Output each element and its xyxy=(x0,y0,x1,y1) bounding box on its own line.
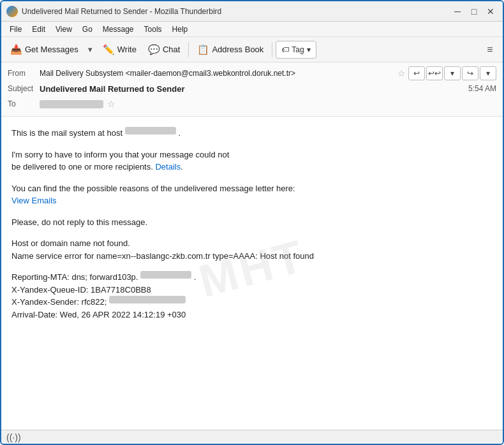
subject-value: Undelivered Mail Returned to Sender xyxy=(40,84,468,94)
from-row: From Mail Delivery Subsystem <mailer-dae… xyxy=(8,66,496,80)
reply-button[interactable]: ↩ xyxy=(408,66,425,80)
nav-buttons: ↩ ↩↩ ▾ ↪ ▾ xyxy=(408,66,496,80)
body-paragraph-1: This is the mail system at host . xyxy=(11,127,493,140)
toolbar: 📥 Get Messages ▾ ✏️ Write 💬 Chat 📋 Addre… xyxy=(1,37,503,62)
address-book-button[interactable]: 📋 Address Book xyxy=(192,40,269,59)
app-logo xyxy=(6,6,18,17)
email-header: From Mail Delivery Subsystem <mailer-dae… xyxy=(1,62,503,117)
reply-all-button[interactable]: ↩↩ xyxy=(426,66,443,80)
get-messages-label: Get Messages xyxy=(25,45,78,54)
from-value: Mail Delivery Subsystem <mailer-daemon@c… xyxy=(40,69,395,78)
view-emails-link[interactable]: View Emails xyxy=(11,196,57,205)
write-button[interactable]: ✏️ Write xyxy=(98,40,142,59)
menu-help[interactable]: Help xyxy=(168,24,193,35)
to-label: To xyxy=(8,99,40,108)
menu-edit[interactable]: Edit xyxy=(27,24,50,35)
subject-label: Subject xyxy=(8,84,40,93)
subject-row: Subject Undelivered Mail Returned to Sen… xyxy=(8,82,496,96)
chat-label: Chat xyxy=(163,45,180,54)
toolbar-separator-2 xyxy=(272,42,272,57)
title-bar: Undelivered Mail Returned to Sender - Mo… xyxy=(1,1,503,22)
body-technical-info: Reporting-MTA: dns; forward103p. . X-Yan… xyxy=(11,271,493,321)
connection-status-icon: ((·)) xyxy=(6,432,21,442)
to-value-blurred xyxy=(40,100,103,108)
main-window: Undelivered Mail Returned to Sender - Mo… xyxy=(0,0,504,445)
body-paragraph-2: I'm sorry to have to inform you that you… xyxy=(11,149,493,173)
address-book-label: Address Book xyxy=(212,45,263,54)
reporting-mta-blurred xyxy=(140,271,191,279)
tag-label: Tag xyxy=(292,45,304,54)
status-bar: ((·)) xyxy=(1,430,503,444)
window-controls: ─ □ ✕ xyxy=(450,4,498,18)
window-title: Undelivered Mail Returned to Sender - Mo… xyxy=(22,7,450,16)
menu-message[interactable]: Message xyxy=(98,24,138,35)
tag-button[interactable]: 🏷 Tag ▾ xyxy=(276,41,316,59)
to-row: To ☆ xyxy=(8,97,496,111)
from-label: From xyxy=(8,69,40,78)
menu-tools[interactable]: Tools xyxy=(140,24,167,35)
menu-bar: File Edit View Go Message Tools Help xyxy=(1,22,503,37)
nav-down-button[interactable]: ▾ xyxy=(444,66,461,80)
write-icon: ✏️ xyxy=(103,44,115,55)
menu-go[interactable]: Go xyxy=(78,24,97,35)
to-star-icon[interactable]: ☆ xyxy=(107,99,115,109)
star-icon[interactable]: ☆ xyxy=(397,68,406,78)
details-link[interactable]: Details xyxy=(155,162,181,171)
body-paragraph-5: Host or domain name not found. Name serv… xyxy=(11,237,493,262)
minimize-button[interactable]: ─ xyxy=(450,4,464,18)
chat-icon: 💬 xyxy=(148,44,160,55)
tag-dropdown-icon: ▾ xyxy=(307,45,311,54)
host-blurred xyxy=(125,127,176,135)
forward-button[interactable]: ↪ xyxy=(462,66,478,80)
chat-button[interactable]: 💬 Chat xyxy=(143,40,185,59)
toolbar-separator xyxy=(188,42,189,57)
menu-file[interactable]: File xyxy=(5,24,26,35)
address-book-icon: 📋 xyxy=(197,44,209,55)
tag-icon: 🏷 xyxy=(281,45,289,54)
maximize-button[interactable]: □ xyxy=(467,4,481,18)
get-messages-dropdown[interactable]: ▾ xyxy=(85,40,96,59)
email-time: 5:54 AM xyxy=(468,84,496,93)
yandex-sender-blurred xyxy=(109,296,186,303)
body-paragraph-4: Please, do not reply to this message. xyxy=(11,216,493,229)
close-button[interactable]: ✕ xyxy=(484,4,498,18)
body-paragraph-3: You can find the the possible reasons of… xyxy=(11,182,493,207)
get-messages-button[interactable]: 📥 Get Messages xyxy=(5,40,84,59)
menu-view[interactable]: View xyxy=(51,24,77,35)
get-messages-icon: 📥 xyxy=(10,44,22,55)
hamburger-menu-button[interactable]: ≡ xyxy=(481,41,499,59)
email-body: MHT This is the mail system at host . I'… xyxy=(1,117,503,430)
write-label: Write xyxy=(117,45,137,54)
nav-more-button[interactable]: ▾ xyxy=(480,66,496,80)
